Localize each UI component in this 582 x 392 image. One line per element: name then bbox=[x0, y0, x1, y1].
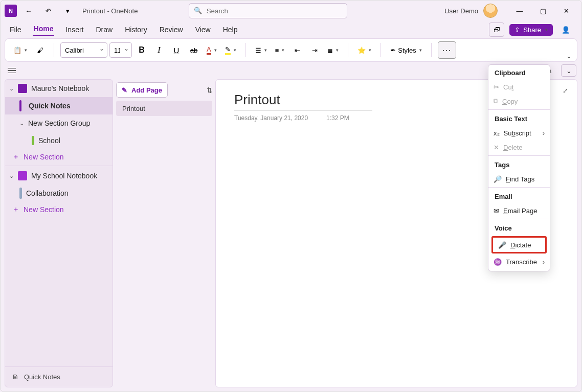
highlight-button[interactable]: ✎▾ bbox=[222, 42, 239, 58]
user-avatar[interactable] bbox=[483, 4, 498, 18]
nav-toggle-button[interactable] bbox=[6, 64, 18, 77]
find-tags-icon: 🔎 bbox=[494, 175, 502, 183]
notebook-icon bbox=[18, 84, 27, 93]
divider bbox=[380, 43, 381, 57]
section-quick-notes[interactable]: Quick Notes bbox=[5, 97, 113, 114]
styles-label: Styles bbox=[398, 47, 416, 54]
transcribe-icon: ♒ bbox=[494, 258, 502, 266]
search-bar[interactable]: 🔍 bbox=[189, 3, 347, 18]
overflow-group-tags: Tags bbox=[488, 157, 550, 172]
menu-view[interactable]: View bbox=[194, 25, 212, 35]
menu-draw[interactable]: Draw bbox=[95, 25, 114, 35]
open-in-app-button[interactable]: 🗗 bbox=[489, 22, 504, 37]
ribbon-collapse-button[interactable]: ⌄ bbox=[566, 52, 572, 60]
page-title[interactable]: Printout bbox=[234, 92, 372, 110]
delete-icon: ✕ bbox=[494, 144, 499, 151]
notebook-icon bbox=[18, 171, 27, 180]
window-title: Printout - OneNote bbox=[82, 7, 138, 15]
overflow-subscript[interactable]: x₂Subscript› bbox=[488, 126, 550, 140]
overflow-email-page[interactable]: ✉Email Page bbox=[488, 203, 550, 218]
notebook-mauros[interactable]: ⌄ Mauro's Notebook bbox=[5, 80, 113, 97]
ribbon-overflow-button[interactable]: ⋯ bbox=[438, 41, 456, 59]
format-painter-button[interactable]: 🖌 bbox=[32, 42, 48, 58]
section-label: Quick Notes bbox=[29, 102, 71, 110]
overflow-dictate-highlight: 🎤Dictate bbox=[491, 236, 547, 253]
outdent-button[interactable]: ⇤ bbox=[289, 42, 305, 58]
qat-dropdown[interactable]: ▾ bbox=[60, 3, 75, 18]
title-bar: N ← ↶ ▾ Printout - OneNote 🔍 User Demo —… bbox=[1, 1, 581, 21]
plus-icon: ＋ bbox=[12, 152, 19, 162]
font-size-select[interactable] bbox=[109, 42, 132, 58]
overflow-group-email: Email bbox=[488, 189, 550, 203]
nav-footer-label: Quick Notes bbox=[24, 373, 60, 381]
font-name-select[interactable] bbox=[60, 42, 107, 58]
numbering-button[interactable]: ≡▾ bbox=[272, 42, 288, 58]
new-section-button-2[interactable]: ＋ New Section bbox=[5, 202, 113, 217]
chevron-down-icon: ⌄ bbox=[9, 173, 14, 179]
minimize-button[interactable]: — bbox=[509, 3, 530, 18]
nav-footer-quick-notes[interactable]: 🗎 Quick Notes bbox=[5, 366, 113, 387]
search-icon: 🔍 bbox=[194, 7, 202, 14]
strikethrough-button[interactable]: ab bbox=[186, 42, 202, 58]
section-school[interactable]: School bbox=[5, 132, 113, 149]
styles-button[interactable]: ✒Styles▾ bbox=[387, 42, 424, 58]
tags-button[interactable]: ⭐▾ bbox=[354, 42, 374, 58]
overflow-cut[interactable]: ✂Cut bbox=[488, 80, 550, 94]
menu-home[interactable]: Home bbox=[33, 24, 55, 36]
pages-panel: ✎ Add Page ⇅ Printout bbox=[113, 79, 215, 387]
divider bbox=[54, 43, 54, 57]
menu-history[interactable]: History bbox=[124, 25, 148, 35]
page-date: Tuesday, January 21, 2020 bbox=[234, 114, 308, 122]
overflow-transcribe[interactable]: ♒Transcribe› bbox=[488, 255, 550, 269]
undo-button[interactable]: ↶ bbox=[40, 3, 56, 18]
add-page-button[interactable]: ✎ Add Page bbox=[116, 82, 168, 98]
bold-button[interactable]: B bbox=[134, 42, 149, 58]
close-button[interactable]: ✕ bbox=[556, 3, 577, 18]
share-label: Share bbox=[523, 26, 541, 34]
overflow-delete[interactable]: ✕Delete bbox=[488, 140, 550, 154]
section-indicator bbox=[19, 188, 22, 199]
search-input[interactable] bbox=[189, 3, 347, 18]
page-item-printout[interactable]: Printout bbox=[116, 101, 212, 116]
align-button[interactable]: ≣▾ bbox=[324, 42, 342, 58]
fullscreen-button[interactable]: ⤢ bbox=[559, 85, 571, 96]
share-icon: ⇪ bbox=[514, 26, 520, 34]
new-section-button[interactable]: ＋ New Section bbox=[5, 149, 113, 165]
section-search-dropdown[interactable]: ⌄ bbox=[561, 64, 576, 77]
overflow-copy[interactable]: ⧉Copy bbox=[488, 94, 550, 108]
notebook-school[interactable]: ⌄ My School Notebook bbox=[5, 167, 113, 185]
edit-icon: ✎ bbox=[122, 86, 127, 94]
section-group-new[interactable]: ⌄ New Section Group bbox=[5, 114, 113, 132]
overflow-find-tags[interactable]: 🔎Find Tags bbox=[488, 172, 550, 186]
sort-pages-button[interactable]: ⇅ bbox=[207, 86, 212, 94]
section-label: New Section Group bbox=[28, 119, 90, 127]
pen-icon: ✒ bbox=[390, 47, 396, 54]
menu-file[interactable]: File bbox=[9, 25, 23, 35]
menu-review[interactable]: Review bbox=[159, 25, 184, 35]
font-color-button[interactable]: A▾ bbox=[204, 42, 220, 58]
section-collaboration[interactable]: Collaboration bbox=[5, 185, 113, 202]
notebook-label: My School Notebook bbox=[31, 172, 97, 180]
scissors-icon: ✂ bbox=[494, 83, 499, 91]
new-section-label: New Section bbox=[24, 153, 64, 161]
indent-button[interactable]: ⇥ bbox=[307, 42, 322, 58]
user-name[interactable]: User Demo bbox=[444, 7, 478, 15]
menu-insert[interactable]: Insert bbox=[64, 25, 84, 35]
menu-help[interactable]: Help bbox=[222, 25, 239, 35]
add-page-label: Add Page bbox=[131, 86, 162, 94]
underline-button[interactable]: U bbox=[169, 42, 184, 58]
back-button[interactable]: ← bbox=[21, 3, 36, 18]
feed-button[interactable]: 👤 bbox=[558, 22, 573, 37]
italic-button[interactable]: I bbox=[151, 42, 167, 58]
share-button[interactable]: ⇪ Share ▾ bbox=[509, 24, 553, 36]
overflow-dictate[interactable]: 🎤Dictate bbox=[493, 238, 545, 252]
section-indicator bbox=[19, 100, 21, 111]
new-section-label: New Section bbox=[24, 205, 64, 214]
bullets-button[interactable]: ☰▾ bbox=[252, 42, 270, 58]
maximize-button[interactable]: ▢ bbox=[532, 3, 554, 18]
divider bbox=[348, 43, 348, 57]
section-label: School bbox=[38, 136, 60, 145]
paste-button[interactable]: 📋▾ bbox=[10, 42, 30, 58]
mail-icon: ✉ bbox=[494, 207, 499, 215]
page-item-label: Printout bbox=[122, 105, 145, 112]
